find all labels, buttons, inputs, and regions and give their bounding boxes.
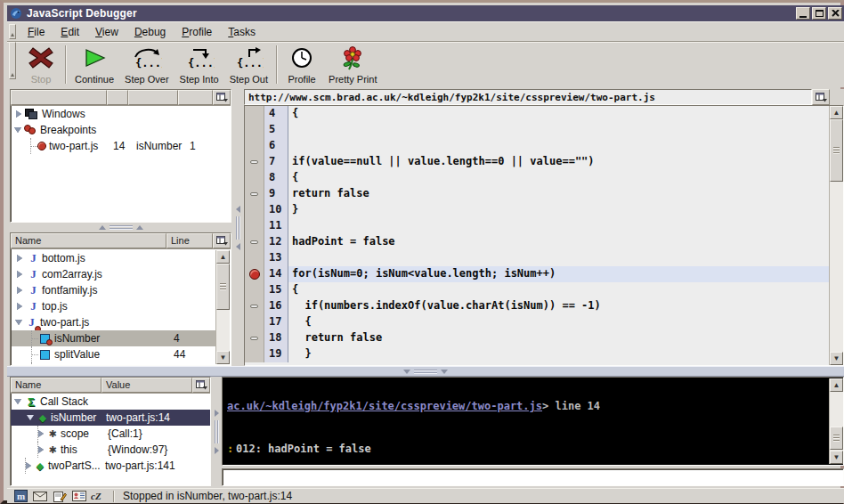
pretty-print-button[interactable]: Pretty Print [323,42,382,87]
stack-console-splitter[interactable] [211,377,222,486]
stack-col-value[interactable]: Value [101,378,192,393]
file-row-fontfamilyjs[interactable]: J fontfamily.js [12,282,215,298]
step-into-button[interactable]: {...} Step Into [174,42,224,87]
source-line[interactable]: 7if(value==null || value.length==0 || va… [245,154,829,170]
function-row-splitvalue[interactable]: splitValue 44 [12,346,215,362]
chatzilla-cz-icon[interactable]: cZ [89,490,109,503]
source-line[interactable]: 18 return false [245,330,829,346]
left-source-splitter[interactable] [232,89,243,366]
source-line[interactable]: 13 [245,250,829,266]
interactive-console[interactable]: ac.uk/~kdleigh/fyp2k1/site/csspreview/tw… [222,377,844,466]
maximize-button[interactable] [812,7,826,20]
menu-view[interactable]: View [87,24,126,40]
source-line[interactable]: 10} [245,202,829,218]
stack-row-scope[interactable]: ✱ scope {Call:1} [11,426,210,442]
source-line[interactable]: 12hadPoint = false [245,234,829,250]
tree-item-breakpoint-entry[interactable]: two-part.js 14 isNumber 1 [11,138,231,154]
executable-line-mark[interactable] [245,154,264,170]
twisty-expanded-icon[interactable] [14,127,21,133]
object-asterisk-icon: ✱ [47,444,58,456]
title-bar[interactable]: JavaScript Debugger [7,5,844,21]
source-line[interactable]: 15{ [245,282,829,298]
file-row-bottomjs[interactable]: J bottom.js [12,250,215,266]
main-horizontal-splitter[interactable] [7,366,844,377]
menubar-grippy[interactable] [9,24,16,39]
stop-button[interactable]: Stop [20,42,62,87]
scroll-up-icon[interactable]: ▲ [830,106,843,119]
scroll-down-icon[interactable]: ▼ [216,351,230,364]
source-line[interactable]: 9return false [245,186,829,202]
step-out-button[interactable]: {...} Step Out [224,42,273,87]
stack-row-callstack[interactable]: Σ Call Stack [11,394,210,410]
source-line-current[interactable]: 14for(isNum=0; isNum<value.length; isNum… [245,266,829,282]
windows-stack-icon [25,109,37,119]
close-button[interactable] [828,7,842,20]
files-col-line[interactable]: Line [166,233,213,248]
menu-profile[interactable]: Profile [174,24,220,40]
addressbook-card-icon[interactable] [69,490,89,503]
step-over-button[interactable]: {...} Step Over [119,42,174,87]
source-line[interactable]: 17 { [245,314,829,330]
function-line: 44 [171,348,215,361]
source-line[interactable]: 11 [245,218,829,234]
column-picker-icon[interactable] [213,233,231,248]
console-source-link-line[interactable]: ac.uk/~kdleigh/fyp2k1/site/csspreview/tw… [227,399,825,413]
console-scrollbar[interactable]: ▲ ▼ [829,378,843,464]
tree-item-breakpoints[interactable]: Breakpoints [11,122,231,138]
console-source-link[interactable]: ac.uk/~kdleigh/fyp2k1/site/csspreview/tw… [227,399,542,413]
source-line[interactable]: 5 [245,122,829,138]
function-row-twopartset[interactable]: twoPartSet 78 [12,362,215,364]
project-panel-header [11,90,231,106]
source-line[interactable]: 8{ [245,170,829,186]
executable-line-mark[interactable] [245,330,264,346]
scrollbar-thumb[interactable] [216,264,230,310]
source-scrollbar[interactable]: ▲ ▼ [829,106,843,365]
files-scrollbar[interactable]: ▲ ▼ [215,250,230,364]
column-picker-icon[interactable] [213,90,231,105]
tree-item-windows[interactable]: Windows [11,106,231,122]
file-row-topjs[interactable]: J top.js [12,298,215,314]
menu-edit[interactable]: Edit [53,24,87,40]
profile-button[interactable]: Profile [280,42,323,87]
object-asterisk-icon: ✱ [47,428,58,440]
files-col-name[interactable]: Name [11,233,166,248]
column-picker-icon[interactable] [812,89,830,105]
source-line[interactable]: 16 if(numbers.indexOf(value.charAt(isNum… [245,298,829,314]
step-over-icon: {...} [132,45,162,70]
mail-envelope-icon[interactable] [30,490,50,503]
file-row-twopartjs[interactable]: J two-part.js [12,314,215,330]
scrollbar-thumb[interactable] [830,427,843,450]
status-text: Stopped in isNumber, two-part.js:14 [119,490,292,502]
scroll-up-icon[interactable]: ▲ [830,378,843,392]
stack-row-this[interactable]: ✱ this {Window:97} [11,442,210,458]
breakpoint-dot-icon[interactable] [245,266,264,282]
scroll-down-icon[interactable]: ▼ [830,451,843,464]
toolbar-grippy[interactable] [9,42,16,79]
source-line[interactable]: 4{ [245,106,829,122]
twisty-collapsed-icon[interactable] [16,110,21,118]
stack-row-twoparts[interactable]: ◆ twoPartS... two-part.js:141 [11,458,210,474]
scroll-up-icon[interactable]: ▲ [216,250,230,264]
menu-file[interactable]: File [20,24,53,40]
console-command-input[interactable] [222,468,844,486]
menu-debug[interactable]: Debug [126,24,174,40]
left-panels-splitter[interactable] [10,223,231,232]
source-line[interactable]: 6 [245,138,829,154]
source-line[interactable]: 19 } [245,346,829,362]
stack-col-name[interactable]: Name [11,378,101,393]
scrollbar-thumb[interactable] [830,119,843,182]
composer-page-icon[interactable] [50,490,69,503]
executable-line-mark[interactable] [245,234,264,250]
file-row-com2arrayjs[interactable]: J com2array.js [12,266,215,282]
mozilla-m-icon[interactable]: m [11,490,30,503]
executable-line-mark[interactable] [245,186,264,202]
source-view[interactable]: 4{ 5 6 7if(value==null || value.length==… [244,105,844,366]
minimize-button[interactable] [796,7,810,20]
scroll-down-icon[interactable]: ▼ [830,352,843,365]
stack-row-isnumber[interactable]: ◆ isNumber two-part.js:14 [11,410,210,426]
executable-line-mark[interactable] [245,298,264,314]
column-picker-icon[interactable] [192,378,210,393]
menu-tasks[interactable]: Tasks [220,24,264,40]
function-row-isnumber[interactable]: isNumber 4 [12,330,215,346]
continue-button[interactable]: Continue [69,42,119,87]
